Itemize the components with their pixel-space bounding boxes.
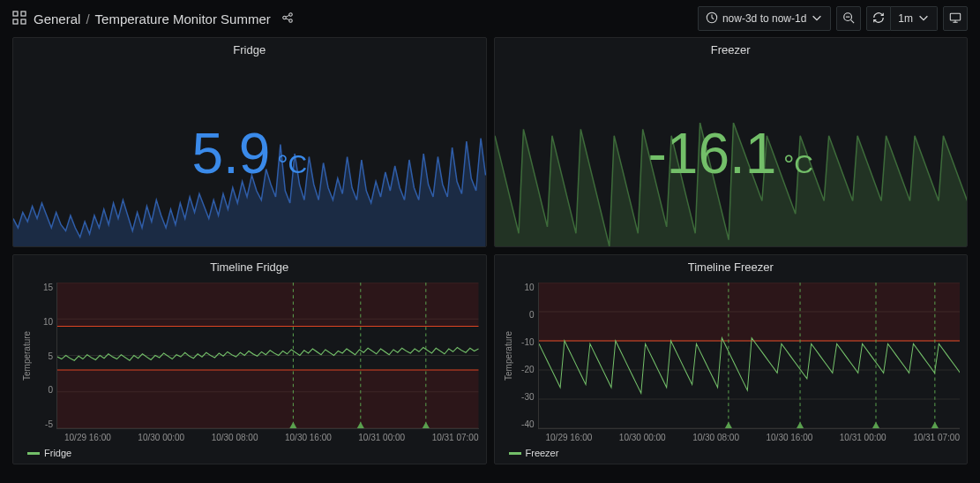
legend-swatch xyxy=(509,452,521,455)
svg-line-11 xyxy=(851,19,855,23)
svg-marker-42 xyxy=(796,422,803,428)
svg-rect-21 xyxy=(57,283,479,327)
svg-point-5 xyxy=(289,12,293,16)
svg-rect-3 xyxy=(21,19,26,24)
panel-timeline-fridge[interactable]: Timeline Fridge Temperature 151050-5 10/… xyxy=(12,254,487,464)
svg-line-8 xyxy=(286,18,289,19)
svg-line-7 xyxy=(286,15,289,17)
panel-grid: Fridge 5.9 °C Freezer -16.1 °C Timeline … xyxy=(0,37,980,477)
svg-rect-2 xyxy=(13,19,18,24)
plot-area xyxy=(538,283,961,429)
legend-label: Freezer xyxy=(526,448,559,458)
zoom-out-button[interactable] xyxy=(836,6,861,31)
chevron-down-icon xyxy=(811,11,823,26)
svg-point-4 xyxy=(283,16,287,19)
panel-body: Temperature 100-10-20-30-40 10/29 16:001… xyxy=(495,277,968,464)
panel-title: Timeline Fridge xyxy=(13,255,486,277)
y-axis-ticks: 100-10-20-30-40 xyxy=(515,283,538,429)
panel-body: 5.9 °C xyxy=(13,60,486,246)
breadcrumb-root[interactable]: General xyxy=(34,11,80,26)
time-range-label: now-3d to now-1d xyxy=(722,12,806,25)
chevron-down-icon xyxy=(917,11,930,26)
monitor-icon xyxy=(949,11,961,26)
svg-point-6 xyxy=(289,19,293,22)
svg-rect-23 xyxy=(57,370,479,428)
dashboard-header: General / Temperature Monitor Summer now… xyxy=(0,0,980,37)
breadcrumb-page[interactable]: Temperature Monitor Summer xyxy=(95,11,271,26)
panel-fridge-stat[interactable]: Fridge 5.9 °C xyxy=(12,37,487,247)
refresh-button[interactable] xyxy=(866,6,891,31)
tv-mode-button[interactable] xyxy=(943,6,968,31)
timeline-svg xyxy=(57,283,479,428)
panel-body: Temperature 151050-5 10/29 16:0010/30 00… xyxy=(13,277,486,464)
svg-rect-0 xyxy=(13,11,18,16)
breadcrumb-separator: / xyxy=(86,11,89,26)
sparkline-freezer xyxy=(495,123,968,246)
sparkline-fridge xyxy=(13,123,486,246)
plot-area xyxy=(56,283,479,429)
panel-freezer-stat[interactable]: Freezer -16.1 °C xyxy=(494,37,969,247)
legend: Fridge xyxy=(20,442,479,460)
panel-body: -16.1 °C xyxy=(495,60,968,246)
panel-title: Fridge xyxy=(13,38,486,60)
clock-icon xyxy=(706,11,718,26)
share-icon[interactable] xyxy=(281,11,294,26)
breadcrumb: General / Temperature Monitor Summer xyxy=(34,11,271,26)
svg-rect-13 xyxy=(950,13,960,20)
legend-swatch xyxy=(27,452,40,455)
x-axis-ticks: 10/29 16:0010/30 00:0010/30 08:0010/30 1… xyxy=(20,429,479,442)
refresh-interval-picker[interactable]: 1m xyxy=(891,6,938,31)
time-range-picker[interactable]: now-3d to now-1d xyxy=(698,6,831,31)
y-axis-label: Temperature xyxy=(502,283,515,429)
y-axis-label: Temperature xyxy=(20,283,34,429)
legend: Freezer xyxy=(502,442,961,460)
header-left: General / Temperature Monitor Summer xyxy=(12,11,294,27)
dashboard-grid-icon[interactable] xyxy=(12,11,26,27)
timeline-svg xyxy=(539,283,961,428)
header-right: now-3d to now-1d 1m xyxy=(698,6,968,31)
panel-title: Freezer xyxy=(495,38,968,60)
zoom-out-icon xyxy=(842,11,855,26)
svg-marker-44 xyxy=(872,422,879,428)
refresh-interval-label: 1m xyxy=(898,12,913,25)
x-axis-ticks: 10/29 16:0010/30 00:0010/30 08:0010/30 1… xyxy=(502,429,961,442)
svg-rect-37 xyxy=(539,283,961,341)
svg-rect-1 xyxy=(21,11,26,16)
svg-marker-46 xyxy=(931,422,938,428)
svg-marker-40 xyxy=(724,422,731,428)
panel-title: Timeline Freezer xyxy=(495,255,968,277)
y-axis-ticks: 151050-5 xyxy=(34,283,56,429)
refresh-icon xyxy=(872,11,885,26)
legend-label: Fridge xyxy=(44,448,71,458)
refresh-group: 1m xyxy=(866,6,938,31)
panel-timeline-freezer[interactable]: Timeline Freezer Temperature 100-10-20-3… xyxy=(494,254,969,464)
